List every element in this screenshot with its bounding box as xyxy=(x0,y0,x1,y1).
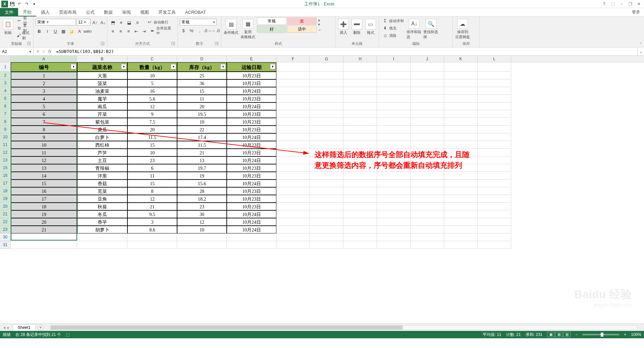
tab-developer[interactable]: 开发工具 xyxy=(154,8,180,16)
cell-empty[interactable] xyxy=(411,126,444,133)
cell-A3[interactable]: 2 xyxy=(11,79,77,87)
cell-empty[interactable] xyxy=(444,172,478,180)
cell-D3[interactable]: 36 xyxy=(177,79,227,87)
cell-D19[interactable]: 18.2 xyxy=(177,195,227,203)
save-to-baidu-button[interactable]: ☁保存到 百度网盘 xyxy=(455,17,470,40)
cell-empty[interactable] xyxy=(276,195,310,203)
cell-empty[interactable] xyxy=(377,110,411,118)
cell-B6[interactable]: 南瓜 xyxy=(77,102,127,110)
percent-format-button[interactable]: % xyxy=(188,27,195,34)
cell-B11[interactable]: 西红柿 xyxy=(77,141,127,149)
cell-C21[interactable]: 9.5 xyxy=(127,210,177,218)
cell-C10[interactable]: 11.5 xyxy=(127,133,177,141)
tab-review[interactable]: 审阅 xyxy=(117,8,136,16)
column-header-E[interactable]: E xyxy=(227,56,276,62)
cell-E12[interactable]: 10月23日 xyxy=(227,149,276,156)
cell-empty[interactable] xyxy=(411,110,444,118)
cell-empty[interactable] xyxy=(377,233,411,241)
cell-B22[interactable]: 香芋 xyxy=(77,218,127,226)
cell-D17[interactable]: 15.6 xyxy=(177,180,227,187)
cell-empty[interactable] xyxy=(377,79,411,87)
border-button[interactable]: ▦ xyxy=(60,27,67,35)
cell-empty[interactable] xyxy=(478,62,511,72)
row-header-7[interactable]: 7 xyxy=(0,110,11,118)
cell-empty[interactable] xyxy=(276,79,310,87)
decrease-indent-button[interactable]: ⇤ xyxy=(133,27,140,35)
align-bottom-button[interactable]: ⬓ xyxy=(125,19,133,26)
cell-D22[interactable]: 12 xyxy=(177,218,227,226)
cell-B19[interactable]: 豆角 xyxy=(77,195,127,203)
sheet-nav-next[interactable]: ▸ xyxy=(7,325,9,330)
styles-scroll-up[interactable]: ▴ xyxy=(318,17,321,22)
cell-empty[interactable] xyxy=(377,126,411,133)
column-header-J[interactable]: J xyxy=(411,56,444,62)
cell-C19[interactable]: 12 xyxy=(127,195,177,203)
row-header-15[interactable]: 15 xyxy=(0,164,11,172)
cell-C3[interactable]: 5 xyxy=(127,79,177,87)
cell-empty[interactable] xyxy=(343,210,377,218)
tab-file[interactable]: 文件 xyxy=(0,8,18,16)
select-all-button[interactable] xyxy=(0,56,11,62)
qat-redo-button[interactable]: ↷ xyxy=(23,1,30,7)
row-header-4[interactable]: 4 xyxy=(0,87,11,95)
find-select-button[interactable]: 🔍查找和选择 xyxy=(423,17,439,40)
page-break-view-button[interactable]: ▥ xyxy=(563,332,571,337)
cell-empty[interactable] xyxy=(478,79,511,87)
cell-empty[interactable] xyxy=(343,187,377,195)
cell-empty[interactable] xyxy=(478,187,511,195)
cell-empty[interactable] xyxy=(276,203,310,210)
cell-empty[interactable] xyxy=(377,72,411,79)
cell-A15[interactable]: 13 xyxy=(11,164,77,172)
tab-home[interactable]: 开始 xyxy=(18,8,36,16)
cell-empty[interactable] xyxy=(227,241,276,249)
column-header-F[interactable]: F xyxy=(276,56,310,62)
cell-empty[interactable] xyxy=(377,141,411,149)
cell-empty[interactable] xyxy=(377,102,411,110)
row-header-22[interactable]: 22 xyxy=(0,218,11,226)
cell-D5[interactable]: 11 xyxy=(177,95,227,102)
cell-empty[interactable] xyxy=(276,118,310,126)
cell-A18[interactable]: 16 xyxy=(11,187,77,195)
cell-style-normal[interactable]: 常规 xyxy=(257,17,286,25)
cell-A6[interactable]: 5 xyxy=(11,102,77,110)
cell-B23[interactable]: 胡萝卜 xyxy=(77,226,127,233)
cell-empty[interactable] xyxy=(276,210,310,218)
cell-A21[interactable]: 19 xyxy=(11,210,77,218)
zoom-in-button[interactable]: + xyxy=(624,332,626,337)
row-header-30[interactable]: 30 xyxy=(0,233,11,241)
cell-empty[interactable] xyxy=(343,203,377,210)
cell-E7[interactable]: 10月23日 xyxy=(227,110,276,118)
cell-empty[interactable] xyxy=(343,233,377,241)
zoom-slider[interactable] xyxy=(582,334,619,335)
cell-empty[interactable] xyxy=(478,180,511,187)
cell-empty[interactable] xyxy=(444,110,478,118)
sort-filter-button[interactable]: A↓排序和筛选 xyxy=(407,17,422,40)
increase-decimal-button[interactable]: .0→ xyxy=(204,27,211,34)
cell-B17[interactable]: 香菇 xyxy=(77,180,127,187)
font-color-button[interactable]: A xyxy=(76,27,83,35)
tab-view[interactable]: 视图 xyxy=(136,8,154,16)
cell-C18[interactable]: 8 xyxy=(127,187,177,195)
row-header-9[interactable]: 9 xyxy=(0,126,11,133)
cell-empty[interactable] xyxy=(276,102,310,110)
cell-empty[interactable] xyxy=(411,62,444,72)
horizontal-scrollbar[interactable] xyxy=(50,325,637,330)
cell-B9[interactable]: 黄瓜 xyxy=(77,126,127,133)
cell-D2[interactable]: 25 xyxy=(177,72,227,79)
tab-acrobat[interactable]: ACROBAT xyxy=(180,8,211,16)
cell-D7[interactable]: 19.5 xyxy=(177,110,227,118)
cell-B20[interactable]: 秋葵 xyxy=(77,203,127,210)
cell-empty[interactable] xyxy=(343,195,377,203)
cell-B18[interactable]: 苋菜 xyxy=(77,187,127,195)
column-header-A[interactable]: A xyxy=(11,56,77,62)
insert-function-button[interactable]: fx xyxy=(48,49,51,54)
cell-empty[interactable] xyxy=(343,172,377,180)
cell-C16[interactable]: 11 xyxy=(127,172,177,180)
cell-empty[interactable] xyxy=(411,218,444,226)
delete-cells-button[interactable]: ➖删除 xyxy=(351,17,363,40)
cell-empty[interactable] xyxy=(127,241,177,249)
cell-empty[interactable] xyxy=(310,126,343,133)
align-left-button[interactable]: ≡ xyxy=(109,27,116,35)
cell-E16[interactable]: 10月23日 xyxy=(227,172,276,180)
cell-empty[interactable] xyxy=(377,218,411,226)
